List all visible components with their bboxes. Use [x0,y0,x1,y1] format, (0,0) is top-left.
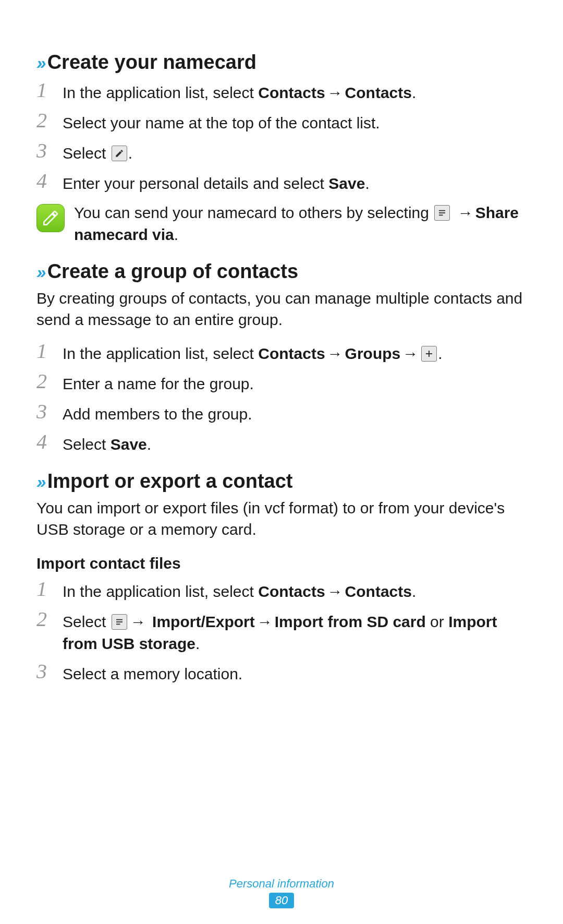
step-text: Select your name at the top of the conta… [63,110,380,134]
section-description: By creating groups of contacts, you can … [36,288,527,330]
step: 1 In the application list, select Contac… [36,80,527,104]
step-number: 1 [36,579,52,599]
arrow-glyph: → [325,343,345,365]
svg-rect-2 [439,214,443,215]
step: 4 Select Save. [36,431,527,455]
chevron-icon: ›› [36,262,44,282]
text: In the application list, select [63,84,258,101]
section-heading: ›› Create a group of contacts [36,260,527,283]
step: 1 In the application list, select Contac… [36,579,527,603]
step: 2 Select your name at the top of the con… [36,110,527,134]
footer: Personal information 80 [0,877,563,908]
text: or [426,613,448,630]
step: 2 Select → Import/Export→Import from SD … [36,609,527,655]
bold-text: Contacts [345,583,412,600]
arrow-glyph: → [456,202,475,224]
step-text: Select a memory location. [63,661,242,685]
bold-text: Contacts [258,583,325,600]
step: 3 Select . [36,140,527,164]
svg-rect-1 [439,212,445,213]
step-number: 1 [36,341,52,362]
step: 1 In the application list, select Contac… [36,341,527,365]
chevron-icon: ›› [36,472,44,492]
text: Enter your personal details and select [63,175,328,192]
section-heading: ›› Import or export a contact [36,470,527,493]
text: Select [63,145,111,162]
text: . [174,226,178,243]
menu-icon [434,205,450,221]
step-text: In the application list, select Contacts… [63,80,416,104]
arrow-glyph: → [325,581,345,603]
text: In the application list, select [63,345,258,362]
step-text: Select → Import/Export→Import from SD ca… [63,609,527,655]
arrow-glyph: → [255,611,275,633]
step-number: 1 [36,80,52,101]
step-text: In the application list, select Contacts… [63,579,416,603]
arrow-glyph: → [325,82,345,104]
subheading: Import contact files [36,555,527,572]
step-number: 4 [36,171,52,191]
note: You can send your namecard to others by … [36,202,527,246]
step-text: Enter your personal details and select S… [63,171,370,195]
bold-text: Import from SD card [275,613,426,630]
text: . [147,436,151,453]
bold-text: Contacts [345,84,412,101]
bold-text: Contacts [258,345,325,362]
step: 2 Enter a name for the group. [36,371,527,395]
bold-text: Contacts [258,84,325,101]
svg-rect-0 [439,210,445,211]
step: 4 Enter your personal details and select… [36,171,527,195]
note-text: You can send your namecard to others by … [74,202,527,246]
section-description: You can import or export files (in vcf f… [36,498,527,540]
arrow-glyph: → [128,611,148,633]
svg-rect-5 [116,619,123,620]
step-number: 2 [36,371,52,392]
text: Select [63,613,111,630]
text: . [412,583,416,600]
step: 3 Add members to the group. [36,401,527,425]
svg-rect-7 [116,623,120,625]
text: You can send your namecard to others by … [74,204,433,221]
step-number: 2 [36,609,52,630]
step-number: 3 [36,661,52,682]
step: 3 Select a memory location. [36,661,527,685]
step-text: Add members to the group. [63,401,252,425]
section-title: Import or export a contact [47,470,293,493]
step-number: 3 [36,140,52,161]
footer-label: Personal information [0,877,563,891]
bold-text: Save [111,436,147,453]
text: Select [63,436,111,453]
text: . [128,145,132,162]
plus-icon [421,346,437,362]
section-title: Create your namecard [47,51,256,74]
chevron-icon: ›› [36,53,44,73]
bold-text: Save [328,175,365,192]
step-number: 3 [36,401,52,422]
menu-icon [112,614,127,630]
step-text: Enter a name for the group. [63,371,254,395]
step-text: In the application list, select Contacts… [63,341,443,365]
step-number: 4 [36,431,52,452]
step-number: 2 [36,110,52,131]
edit-icon [112,146,127,161]
page-number: 80 [269,893,294,908]
step-text: Select Save. [63,431,151,455]
text: In the application list, select [63,583,258,600]
bold-text: Import/Export [152,613,255,630]
text: . [195,635,200,652]
step-text: Select . [63,140,132,164]
section-heading: ›› Create your namecard [36,51,527,74]
section-title: Create a group of contacts [47,260,298,283]
svg-rect-4 [426,353,432,354]
bold-text: Groups [345,345,401,362]
text: . [365,175,369,192]
text: . [412,84,416,101]
text: . [438,345,442,362]
arrow-glyph: → [400,343,420,365]
svg-rect-6 [116,621,123,622]
note-icon [36,204,65,232]
